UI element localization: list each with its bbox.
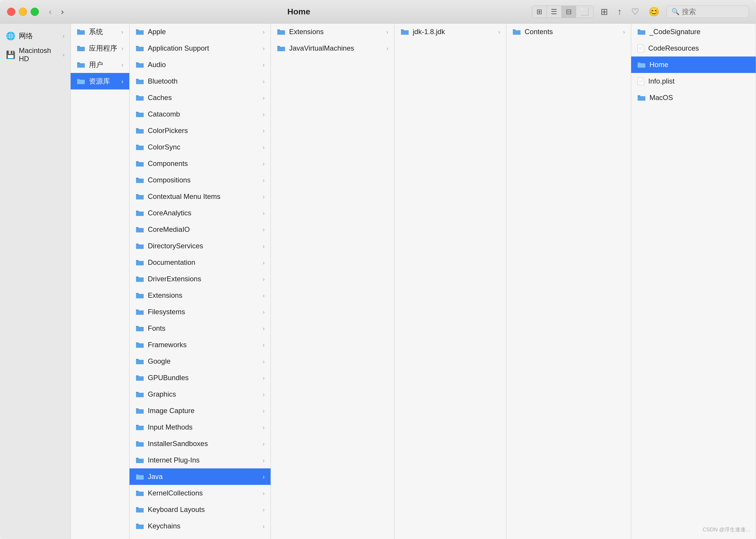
col2-label-application-support: Application Support xyxy=(148,44,259,52)
chevron-right-icon: › xyxy=(263,424,265,431)
share-button[interactable]: ↑ xyxy=(615,6,624,18)
folder-icon xyxy=(135,177,144,184)
chevron-right-icon: › xyxy=(263,144,265,151)
col2-item-kernelcollections[interactable]: KernelCollections › xyxy=(129,485,271,501)
col2-item-coremedialo[interactable]: CoreMediaIO › xyxy=(129,221,271,238)
minimize-button[interactable] xyxy=(19,8,27,16)
col2-label-input-methods: Input Methods xyxy=(148,423,259,431)
col1-item-ziyuanku[interactable]: 资源库 › xyxy=(71,73,129,89)
col2-label-colorsync: ColorSync xyxy=(148,143,259,151)
col2-label-google: Google xyxy=(148,357,259,365)
folder-icon xyxy=(135,457,144,464)
col2-item-keyboard-layouts[interactable]: Keyboard Layouts › xyxy=(129,501,271,518)
col2-item-graphics[interactable]: Graphics › xyxy=(129,386,271,403)
back-button[interactable]: ‹ xyxy=(47,5,53,18)
sidebar-item-label: 网络 xyxy=(19,31,33,40)
col2-item-keychains[interactable]: Keychains › xyxy=(129,518,271,534)
chevron-right-icon: › xyxy=(263,127,265,134)
col2-label-filesystems: Filesystems xyxy=(148,308,259,316)
chevron-right-icon: › xyxy=(263,523,265,530)
content-area: 🌐 网络 › 💾 Macintosh HD › 系统 › xyxy=(0,24,756,539)
col2-item-caches[interactable]: Caches › xyxy=(129,89,271,106)
col2-item-frameworks[interactable]: Frameworks › xyxy=(129,337,271,353)
col6-item-coderesources[interactable]: CodeResources xyxy=(631,40,756,56)
col6-item-macos[interactable]: MacOS xyxy=(631,89,756,106)
col5-label-contents: Contents xyxy=(525,28,620,36)
col2-item-fonts[interactable]: Fonts › xyxy=(129,320,271,337)
col1-item-xitong[interactable]: 系统 › xyxy=(71,24,129,40)
sidebar-item-network[interactable]: 🌐 网络 › xyxy=(0,28,70,43)
folder-icon xyxy=(637,94,646,101)
col6-label-info-plist: Info.plist xyxy=(648,77,674,85)
col2-label-components: Components xyxy=(148,159,259,168)
col2-item-colorsync[interactable]: ColorSync › xyxy=(129,139,271,155)
col3-item-javavms[interactable]: JavaVirtualMachines › xyxy=(271,40,394,56)
chevron-right-icon: › xyxy=(263,358,265,365)
column-view-button[interactable]: ⊟ xyxy=(562,6,576,18)
col2-item-components[interactable]: Components › xyxy=(129,155,271,172)
chevron-right-icon: › xyxy=(263,408,265,414)
col6-item-codesignature[interactable]: _CodeSignature xyxy=(631,24,756,40)
col2-item-extensions[interactable]: Extensions › xyxy=(129,287,271,304)
col3-item-extensions[interactable]: Extensions › xyxy=(271,24,394,40)
col2-item-driverextensions[interactable]: DriverExtensions › xyxy=(129,271,271,287)
col2-item-internet-plug-ins[interactable]: Internet Plug-Ins › xyxy=(129,452,271,468)
col2-item-catacomb[interactable]: Catacomb › xyxy=(129,106,271,122)
col2-item-compositions[interactable]: Compositions › xyxy=(129,172,271,188)
folder-icon xyxy=(135,407,144,414)
col1-item-yonghu[interactable]: 用户 › xyxy=(71,56,129,73)
sidebar: 🌐 网络 › 💾 Macintosh HD › xyxy=(0,24,71,539)
column-1: 系统 › 应用程序 › 用户 › 资源库 › xyxy=(71,24,129,539)
folder-icon xyxy=(135,341,144,348)
folder-icon xyxy=(135,28,144,35)
col6-item-home[interactable]: Home xyxy=(631,56,756,73)
col2-item-launchagents[interactable]: LaunchAgents › xyxy=(129,534,271,539)
maximize-button[interactable] xyxy=(31,8,39,16)
col2-item-filesystems[interactable]: Filesystems › xyxy=(129,304,271,320)
col2-item-java[interactable]: Java › xyxy=(129,468,271,485)
chevron-right-icon: › xyxy=(121,61,124,68)
chevron-right-icon: › xyxy=(121,29,124,35)
drive-icon: 💾 xyxy=(6,50,15,59)
gallery-view-button[interactable]: ⬜ xyxy=(576,6,593,18)
apps-button[interactable]: ⊞ xyxy=(598,5,610,18)
chevron-right-icon: › xyxy=(263,490,265,497)
col2-item-coreanalytics[interactable]: CoreAnalytics › xyxy=(129,205,271,221)
col2-item-input-methods[interactable]: Input Methods › xyxy=(129,419,271,435)
list-view-button[interactable]: ☰ xyxy=(547,6,562,18)
col5-item-contents[interactable]: Contents › xyxy=(506,24,631,40)
col2-item-audio[interactable]: Audio › xyxy=(129,56,271,73)
folder-icon xyxy=(135,193,144,200)
tag-button[interactable]: ♡ xyxy=(629,5,641,18)
icon-view-button[interactable]: ⊞ xyxy=(532,6,547,18)
folder-icon xyxy=(135,226,144,233)
col2-item-application-support[interactable]: Application Support › xyxy=(129,40,271,56)
col2-item-documentation[interactable]: Documentation › xyxy=(129,254,271,271)
col1-label-ziyuanku: 资源库 xyxy=(89,76,118,86)
close-button[interactable] xyxy=(7,8,15,16)
chevron-right-icon: › xyxy=(121,45,124,52)
col2-item-apple[interactable]: Apple › xyxy=(129,24,271,40)
col2-item-bluetooth[interactable]: Bluetooth › xyxy=(129,73,271,89)
forward-button[interactable]: › xyxy=(59,5,65,18)
folder-icon xyxy=(135,127,144,134)
chevron-right-icon: › xyxy=(263,457,265,464)
col1-item-yingyongchengxu[interactable]: 应用程序 › xyxy=(71,40,129,56)
chevron-right-icon: › xyxy=(386,29,388,35)
col6-item-info-plist[interactable]: Info.plist xyxy=(631,73,756,89)
search-input[interactable] xyxy=(682,8,744,16)
col2-item-google[interactable]: Google › xyxy=(129,353,271,369)
chevron-right-icon: › xyxy=(263,473,265,480)
sidebar-item-macintosh-hd[interactable]: 💾 Macintosh HD › xyxy=(0,43,70,66)
col4-item-jdk[interactable]: jdk-1.8.jdk › xyxy=(394,24,506,40)
col2-item-directoryservices[interactable]: DirectoryServices › xyxy=(129,238,271,254)
col2-label-image-capture: Image Capture xyxy=(148,407,259,415)
col2-item-image-capture[interactable]: Image Capture › xyxy=(129,403,271,419)
col2-item-installersandboxes[interactable]: InstallerSandboxes › xyxy=(129,435,271,452)
chevron-right-icon: › xyxy=(263,259,265,266)
col2-item-contextual-menu-items[interactable]: Contextual Menu Items › xyxy=(129,188,271,205)
more-button[interactable]: 😊 xyxy=(646,5,662,18)
col3-label-javavms: JavaVirtualMachines xyxy=(289,44,383,52)
col2-item-gpubundles[interactable]: GPUBundles › xyxy=(129,369,271,386)
col2-item-colorpickers[interactable]: ColorPickers › xyxy=(129,122,271,139)
